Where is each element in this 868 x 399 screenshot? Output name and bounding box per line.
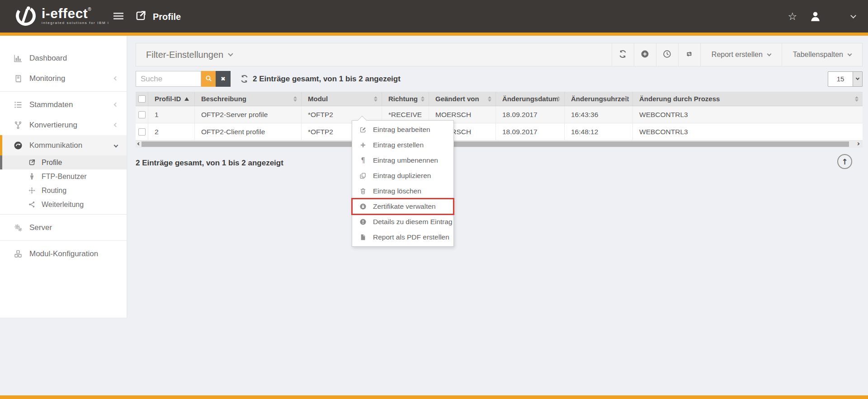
- sort-icon: [855, 96, 859, 102]
- top-bar: i-effect® integrated solutions for IBM i…: [0, 0, 868, 33]
- table-row[interactable]: 1 OFTP2-Server profile *OFTP2 *RECEIVE M…: [136, 106, 863, 123]
- column-header-richtung[interactable]: Richtung: [382, 92, 429, 106]
- logo-swoosh-icon: [14, 4, 38, 28]
- history-button[interactable]: [656, 43, 678, 66]
- table-row[interactable]: 2 OFTP2-Client profile *OFTP2 MOERSCH 18…: [136, 123, 863, 141]
- column-header-beschreibung[interactable]: Beschreibung: [195, 92, 302, 106]
- chevron-down-icon: [114, 143, 118, 148]
- cell-aenderungsuhrzeit: 16:43:36: [565, 106, 633, 123]
- transfer-icon: [685, 50, 693, 60]
- sort-icon: [625, 96, 628, 102]
- column-header-aenderung-durch-prozess[interactable]: Änderung durch Prozess: [633, 92, 863, 106]
- app-logo[interactable]: i-effect® integrated solutions for IBM i: [14, 4, 109, 28]
- refresh-results-icon[interactable]: [240, 75, 249, 83]
- chevron-down-icon: [228, 51, 233, 56]
- sidebar-item-dashboard[interactable]: Dashboard: [0, 48, 127, 68]
- search-input[interactable]: [136, 71, 201, 87]
- sidebar-item-label: Konvertierung: [29, 121, 77, 130]
- sidebar-subitem-routing[interactable]: Routing: [0, 183, 127, 197]
- scroll-to-top-button[interactable]: ↑: [837, 154, 852, 169]
- filter-settings-label: Filter-Einstellungen: [146, 50, 223, 60]
- page: i-effect® integrated solutions for IBM i…: [0, 0, 868, 399]
- user-icon[interactable]: [809, 10, 821, 23]
- sort-asc-icon: [184, 97, 189, 101]
- sidebar-subitem-profile[interactable]: Profile: [0, 155, 127, 169]
- menu-item-eintrag-umbenennen[interactable]: ¶ Eintrag umbenennen: [352, 153, 453, 168]
- row-checkbox[interactable]: [138, 128, 146, 136]
- menu-item-eintrag-bearbeiten[interactable]: Eintrag bearbeiten: [352, 122, 453, 137]
- clear-search-button[interactable]: ✖: [216, 71, 231, 87]
- sidebar-item-stammdaten[interactable]: Stammdaten: [0, 94, 127, 115]
- column-header-modul[interactable]: Modul: [302, 92, 382, 106]
- refresh-icon: [618, 50, 627, 60]
- transfer-button[interactable]: [678, 43, 700, 66]
- sidebar-item-label: Profile: [42, 159, 62, 167]
- column-header-aenderungsdatum[interactable]: Änderungsdatum: [496, 92, 565, 106]
- page-size-select[interactable]: 15: [828, 71, 863, 87]
- table-toolbar: ✖ 2 Einträge gesamt, von 1 bis 2 angezei…: [136, 71, 863, 87]
- menu-item-eintrag-loeschen[interactable]: Eintrag löschen: [352, 183, 453, 199]
- column-header-aenderungsuhrzeit[interactable]: Änderungsuhrzeit: [565, 92, 633, 106]
- plus-icon: [359, 141, 367, 149]
- profiles-table: Profil-ID Beschreibung Modul Richtung Ge…: [136, 92, 863, 141]
- menu-item-details-zu-diesem-eintrag[interactable]: Details zu diesem Eintrag: [352, 214, 453, 230]
- table-header-row: Profil-ID Beschreibung Modul Richtung Ge…: [136, 92, 863, 106]
- column-header-geaendert-von[interactable]: Geändert von: [429, 92, 496, 106]
- fork-icon: [14, 121, 23, 130]
- sidebar-subitem-weiterleitung[interactable]: Weiterleitung: [0, 197, 127, 211]
- sidebar-item-server[interactable]: Server: [0, 217, 127, 238]
- chevron-left-icon: [114, 103, 118, 107]
- menu-item-label: Eintrag löschen: [373, 187, 421, 195]
- sidebar-item-konvertierung[interactable]: Konvertierung: [0, 115, 127, 135]
- tabellenspalten-dropdown[interactable]: Tabellenspalten: [782, 43, 862, 66]
- sidebar-item-label: Dashboard: [29, 54, 67, 63]
- cell-aenderungsdatum: 18.09.2017: [496, 106, 565, 123]
- logo-tagline: integrated solutions for IBM i: [42, 21, 109, 25]
- chevron-down-icon: [853, 72, 862, 86]
- horizontal-scrollbar: ‹ ›: [136, 141, 863, 148]
- cell-aenderung-durch-prozess: WEBCONTRL3: [633, 106, 863, 123]
- star-icon[interactable]: ☆: [788, 10, 797, 22]
- menu-item-report-als-pdf-erstellen[interactable]: Report als PDF erstellen: [352, 230, 453, 245]
- filter-settings-dropdown[interactable]: Filter-Einstellungen: [146, 50, 232, 60]
- menu-item-label: Eintrag bearbeiten: [373, 126, 430, 134]
- refresh-button[interactable]: [612, 43, 634, 66]
- scrollbar-thumb[interactable]: [142, 141, 849, 147]
- search-button[interactable]: [201, 71, 216, 87]
- chevron-down-icon: [848, 52, 852, 56]
- row-context-menu: Eintrag bearbeiten Eintrag erstellen ¶ E…: [352, 120, 454, 247]
- cubes-icon: [14, 249, 23, 258]
- cell-profil-id: 1: [148, 106, 195, 123]
- sidebar: Dashboard Monitoring Stammdaten Konverti…: [0, 36, 127, 318]
- select-all-checkbox[interactable]: [138, 95, 146, 103]
- edit-icon: [359, 126, 367, 134]
- menu-toggle-button[interactable]: [113, 13, 123, 19]
- report-erstellen-dropdown[interactable]: Report erstellen: [700, 43, 782, 66]
- menu-item-eintrag-erstellen[interactable]: Eintrag erstellen: [352, 137, 453, 153]
- menu-item-zertifikate-verwalten[interactable]: Zertifikate verwalten: [352, 199, 453, 214]
- chevron-left-icon: [114, 123, 118, 127]
- sidebar-item-monitoring[interactable]: Monitoring: [0, 68, 127, 89]
- menu-item-label: Zertifikate verwalten: [373, 202, 436, 211]
- add-entry-button[interactable]: [634, 43, 656, 66]
- sort-icon: [488, 96, 491, 102]
- column-header-profil-id[interactable]: Profil-ID: [148, 92, 195, 106]
- cell-aenderungsdatum: 18.09.2017: [496, 123, 565, 140]
- menu-item-eintrag-duplizieren[interactable]: Eintrag duplizieren: [352, 168, 453, 183]
- chevron-down-icon[interactable]: [850, 13, 856, 19]
- copy-icon: [359, 172, 367, 180]
- sidebar-item-kommunikation[interactable]: Kommunikation: [0, 135, 127, 155]
- cell-beschreibung: OFTP2-Client profile: [195, 123, 302, 140]
- lock-circle-icon: [359, 203, 367, 211]
- sidebar-subitem-ftp-benutzer[interactable]: FTP-Benutzer: [0, 169, 127, 183]
- row-checkbox[interactable]: [138, 111, 146, 118]
- cell-beschreibung: OFTP2-Server profile: [195, 106, 302, 123]
- sidebar-item-label: Weiterleitung: [42, 201, 84, 209]
- scroll-left-arrow[interactable]: ‹: [137, 140, 140, 147]
- redo-circle-icon: [14, 141, 23, 150]
- scroll-right-arrow[interactable]: ›: [857, 140, 860, 147]
- menu-item-label: Details zu diesem Eintrag: [373, 218, 453, 226]
- sidebar-item-label: Server: [29, 223, 52, 232]
- sidebar-item-modul-konfiguration[interactable]: Modul-Konfiguration: [0, 244, 127, 264]
- history-icon: [663, 50, 671, 60]
